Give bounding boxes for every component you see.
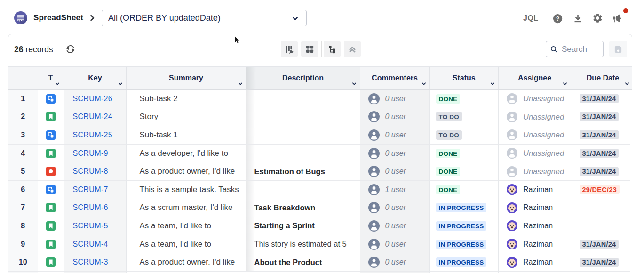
svg-text:?: ? — [556, 16, 559, 22]
